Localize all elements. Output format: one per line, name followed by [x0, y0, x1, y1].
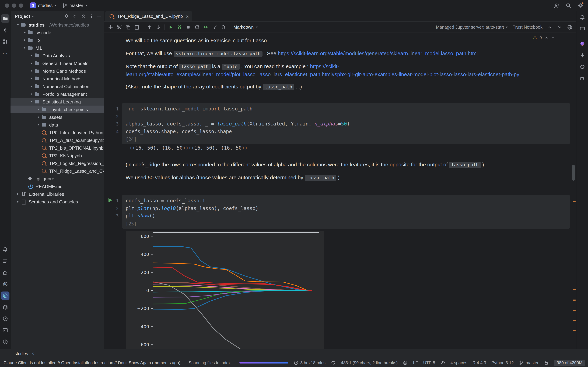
plugins-tool-icon[interactable]	[578, 74, 587, 83]
window-close-button[interactable]	[5, 3, 9, 8]
window-zoom-button[interactable]	[19, 3, 23, 8]
error-stripe-mark[interactable]	[573, 320, 576, 321]
project-tool-icon[interactable]	[1, 14, 9, 23]
chevron-down-icon[interactable]	[15, 21, 21, 29]
move-cell-up-button[interactable]	[145, 23, 154, 31]
chevron-down-icon[interactable]	[22, 44, 27, 52]
tree-item-data-analysis[interactable]: Data Analysis	[10, 52, 104, 59]
next-cell-icon[interactable]	[557, 25, 562, 30]
git-branch-widget[interactable]: master	[519, 360, 538, 365]
chevron-right-icon[interactable]	[36, 106, 41, 113]
caret-position[interactable]: 483:1 (99 chars, 2 line breaks)	[341, 360, 398, 365]
pull-requests-tool-icon[interactable]	[1, 37, 9, 46]
tree-item-l3[interactable]: L3	[10, 36, 104, 44]
chevron-right-icon[interactable]	[29, 67, 34, 75]
chevron-right-icon[interactable]	[15, 198, 21, 206]
commit-tool-icon[interactable]	[1, 26, 9, 34]
tree-item-assets[interactable]: assets	[10, 113, 104, 121]
chevron-right-icon[interactable]	[15, 190, 21, 198]
chevron-right-icon[interactable]	[29, 90, 34, 98]
printer-icon[interactable]	[403, 360, 408, 365]
restart-kernel-button[interactable]	[192, 23, 201, 31]
notebook-editor[interactable]: We will do the same questions as in Exer…	[104, 33, 576, 349]
r-interpreter-widget[interactable]: R 4.4.3	[473, 360, 486, 365]
tree-item-m1[interactable]: M1	[10, 44, 104, 52]
tree-item-scratches-and-consoles[interactable]: Scratches and Consoles	[10, 198, 104, 206]
tree-item-data[interactable]: data	[10, 121, 104, 129]
tree-item-statistical-learning[interactable]: Statistical Learning	[10, 98, 104, 106]
tree-item-tp2-bis-optional-ipynb[interactable]: TP2_bis_OPTIONAL.ipynb	[10, 144, 104, 152]
cut-cell-button[interactable]	[115, 23, 123, 31]
session-time[interactable]: 3 hrs 18 mins	[294, 360, 326, 365]
tree-item-tp1-a-first-example-ipynb[interactable]: TP1_A_first_example.ipynb	[10, 136, 104, 144]
notifications-tool-icon[interactable]	[1, 245, 9, 254]
problems-tool-icon[interactable]	[1, 338, 9, 346]
r-tools-active-icon[interactable]	[1, 292, 9, 300]
project-switcher[interactable]: S studies	[27, 1, 60, 9]
cell-type-dropdown[interactable]: Markdown	[230, 24, 261, 31]
chevron-right-icon[interactable]	[29, 75, 34, 83]
collapse-all-icon[interactable]	[81, 14, 86, 18]
next-problem-icon[interactable]	[551, 35, 555, 40]
search-everywhere-icon[interactable]	[565, 2, 572, 9]
error-stripe-mark[interactable]	[573, 201, 576, 202]
packages-tool-icon[interactable]	[1, 268, 9, 277]
chevron-right-icon[interactable]	[22, 36, 27, 44]
tree-item-vscode[interactable]: .vscode	[10, 29, 104, 36]
tree-item-numerical-optimisation[interactable]: Numerical Optimisation	[10, 83, 104, 90]
window-minimize-button[interactable]	[12, 3, 16, 8]
reader-mode-eye-icon[interactable]	[440, 360, 445, 365]
tree-item-monte-carlo-methods[interactable]: Monte Carlo Methods	[10, 67, 104, 75]
tree-item-tp4-ridge-lasso-and-cv-i[interactable]: TP4_Ridge_Lasso_and_CV.i...	[10, 167, 104, 175]
tree-item-external-libraries[interactable]: External Libraries	[10, 190, 104, 198]
todo-tool-icon[interactable]	[1, 257, 9, 265]
preview-tool-icon[interactable]	[578, 25, 587, 33]
expand-all-icon[interactable]	[72, 14, 77, 18]
code-cell-1[interactable]: 1from sklearn.linear_model import lasso_…	[122, 103, 570, 144]
chevron-right-icon[interactable]	[29, 52, 34, 59]
memory-indicator[interactable]: 980 of 4200M	[554, 359, 585, 366]
tab-close-icon[interactable]: ×	[186, 14, 189, 19]
indent-widget[interactable]: 4 spaces	[450, 360, 467, 365]
tree-item-tp2-knn-ipynb[interactable]: TP2_KNN.ipynb	[10, 152, 104, 159]
select-opened-file-icon[interactable]	[64, 14, 69, 18]
hyperlink[interactable]: https://scikit-learn.org/stable/modules/…	[278, 50, 478, 56]
tree-item-ipynb-checkpoints[interactable]: .ipynb_checkpoints	[10, 106, 104, 113]
prev-problem-icon[interactable]	[544, 35, 548, 40]
run-all-cells-button[interactable]	[201, 23, 210, 31]
python-interpreter-widget[interactable]: Python 3.12	[491, 360, 514, 365]
editor-tab-active[interactable]: TP4_Ridge_Lasso_and_CV.ipynb ×	[105, 11, 192, 21]
vcs-branch-widget[interactable]: master	[60, 2, 90, 9]
prev-cell-icon[interactable]	[547, 25, 552, 30]
chevron-right-icon[interactable]	[29, 59, 34, 67]
error-stripe-mark[interactable]	[573, 300, 576, 300]
tab-close-icon[interactable]: ×	[32, 351, 34, 356]
error-stripe-mark[interactable]	[573, 289, 576, 290]
options-menu-icon[interactable]: ⋮	[89, 14, 94, 18]
run-cell-button[interactable]	[166, 23, 175, 31]
settings-gear-icon[interactable]	[577, 2, 584, 9]
notifications-bell-icon[interactable]	[578, 13, 587, 22]
services-tool-icon[interactable]	[1, 303, 9, 311]
tree-item-general-linear-models[interactable]: General Linear Models	[10, 59, 104, 67]
tree-item-tp3-logistic-regression-an[interactable]: TP3_Logistic_Regression_an...	[10, 159, 104, 167]
stop-kernel-button[interactable]	[184, 23, 192, 31]
chevron-down-icon[interactable]	[29, 98, 34, 106]
copy-cell-button[interactable]	[123, 23, 132, 31]
encoding-widget[interactable]: UTF-8	[423, 360, 435, 365]
hide-panel-icon[interactable]	[97, 16, 101, 17]
delete-cell-button[interactable]	[219, 23, 227, 31]
error-stripe-mark[interactable]	[573, 330, 576, 331]
error-stripe-mark[interactable]	[573, 310, 576, 311]
jupyter-server-selector[interactable]: Managed Jupyter server: auto-start	[436, 25, 508, 30]
tree-item-tp0-intro-jupyter-python-ip[interactable]: TP0_Intro_Jupyter_Python.ip...	[10, 129, 104, 136]
tool-window-tab-studies[interactable]: studies ×	[15, 351, 34, 356]
move-cell-down-button[interactable]	[154, 23, 162, 31]
tree-item-gitignore[interactable]: .gitignore	[10, 175, 104, 183]
paste-cell-button[interactable]	[132, 23, 141, 31]
database-tool-icon[interactable]	[578, 63, 587, 71]
trust-notebook-button[interactable]: Trust Notebook	[513, 25, 543, 30]
code-cell-2[interactable]: 1coefs_lasso = coefs_lasso.T2plt.plot(np…	[122, 195, 570, 228]
chevron-right-icon[interactable]	[36, 113, 41, 121]
terminal-tool-icon[interactable]	[1, 326, 9, 334]
